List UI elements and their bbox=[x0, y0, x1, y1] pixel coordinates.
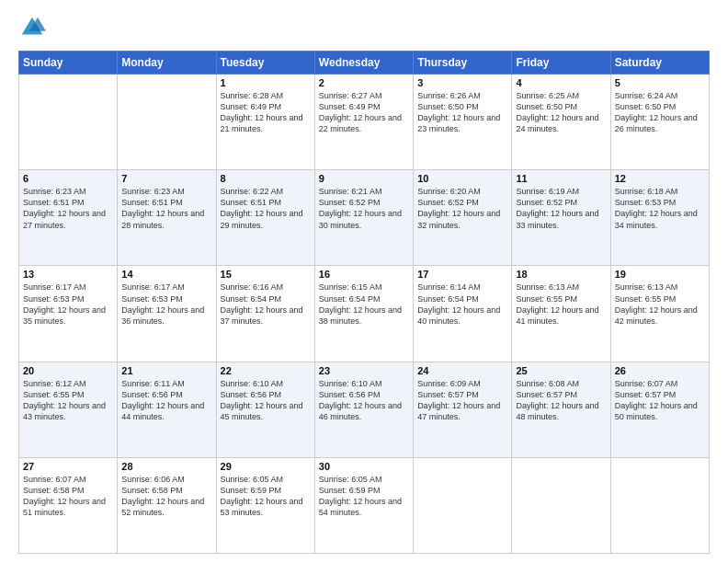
day-info: Sunrise: 6:26 AMSunset: 6:50 PMDaylight:… bbox=[417, 90, 507, 135]
header-day-monday: Monday bbox=[118, 52, 216, 75]
day-number: 4 bbox=[516, 77, 606, 88]
day-info: Sunrise: 6:10 AMSunset: 6:56 PMDaylight:… bbox=[319, 378, 409, 423]
page: SundayMondayTuesdayWednesdayThursdayFrid… bbox=[0, 0, 728, 563]
day-info: Sunrise: 6:22 AMSunset: 6:51 PMDaylight:… bbox=[221, 186, 311, 231]
calendar-table: SundayMondayTuesdayWednesdayThursdayFrid… bbox=[18, 51, 710, 554]
day-info: Sunrise: 6:17 AMSunset: 6:53 PMDaylight:… bbox=[23, 282, 113, 327]
day-number: 8 bbox=[221, 173, 311, 184]
calendar-cell: 15Sunrise: 6:16 AMSunset: 6:54 PMDayligh… bbox=[216, 266, 314, 362]
calendar-cell: 28Sunrise: 6:06 AMSunset: 6:58 PMDayligh… bbox=[118, 457, 216, 553]
day-info: Sunrise: 6:23 AMSunset: 6:51 PMDaylight:… bbox=[23, 186, 113, 231]
day-info: Sunrise: 6:12 AMSunset: 6:55 PMDaylight:… bbox=[23, 378, 113, 423]
day-number: 25 bbox=[516, 365, 606, 376]
day-number: 21 bbox=[121, 365, 211, 376]
day-info: Sunrise: 6:18 AMSunset: 6:53 PMDaylight:… bbox=[615, 186, 705, 231]
day-info: Sunrise: 6:08 AMSunset: 6:57 PMDaylight:… bbox=[516, 378, 606, 423]
calendar-cell: 19Sunrise: 6:13 AMSunset: 6:55 PMDayligh… bbox=[610, 266, 709, 362]
calendar-cell: 22Sunrise: 6:10 AMSunset: 6:56 PMDayligh… bbox=[216, 362, 314, 457]
header bbox=[18, 14, 710, 41]
calendar-cell: 25Sunrise: 6:08 AMSunset: 6:57 PMDayligh… bbox=[512, 362, 610, 457]
day-info: Sunrise: 6:25 AMSunset: 6:50 PMDaylight:… bbox=[516, 90, 606, 135]
calendar-cell: 16Sunrise: 6:15 AMSunset: 6:54 PMDayligh… bbox=[314, 266, 413, 362]
day-info: Sunrise: 6:19 AMSunset: 6:52 PMDaylight:… bbox=[516, 186, 606, 231]
day-number: 26 bbox=[615, 365, 705, 376]
calendar-cell: 30Sunrise: 6:05 AMSunset: 6:59 PMDayligh… bbox=[314, 457, 413, 553]
day-info: Sunrise: 6:16 AMSunset: 6:54 PMDaylight:… bbox=[221, 282, 311, 327]
calendar-cell: 26Sunrise: 6:07 AMSunset: 6:57 PMDayligh… bbox=[610, 362, 709, 457]
day-number: 1 bbox=[221, 77, 311, 88]
calendar-cell bbox=[610, 457, 709, 553]
calendar-cell: 7Sunrise: 6:23 AMSunset: 6:51 PMDaylight… bbox=[118, 170, 216, 266]
day-info: Sunrise: 6:05 AMSunset: 6:59 PMDaylight:… bbox=[319, 474, 409, 519]
calendar-cell: 9Sunrise: 6:21 AMSunset: 6:52 PMDaylight… bbox=[314, 170, 413, 266]
day-number: 14 bbox=[121, 269, 211, 280]
calendar-cell: 6Sunrise: 6:23 AMSunset: 6:51 PMDaylight… bbox=[19, 170, 118, 266]
calendar-cell: 24Sunrise: 6:09 AMSunset: 6:57 PMDayligh… bbox=[414, 362, 512, 457]
calendar-cell: 2Sunrise: 6:27 AMSunset: 6:49 PMDaylight… bbox=[314, 75, 413, 170]
day-number: 30 bbox=[319, 461, 409, 472]
day-number: 11 bbox=[516, 173, 606, 184]
day-info: Sunrise: 6:14 AMSunset: 6:54 PMDaylight:… bbox=[417, 282, 507, 327]
calendar-cell bbox=[414, 457, 512, 553]
day-number: 20 bbox=[23, 365, 113, 376]
day-number: 22 bbox=[221, 365, 311, 376]
day-number: 19 bbox=[615, 269, 705, 280]
header-day-wednesday: Wednesday bbox=[314, 52, 413, 75]
day-info: Sunrise: 6:13 AMSunset: 6:55 PMDaylight:… bbox=[516, 282, 606, 327]
day-number: 5 bbox=[615, 77, 705, 88]
calendar-header-row: SundayMondayTuesdayWednesdayThursdayFrid… bbox=[19, 52, 710, 75]
calendar-week-3: 13Sunrise: 6:17 AMSunset: 6:53 PMDayligh… bbox=[19, 266, 710, 362]
day-info: Sunrise: 6:11 AMSunset: 6:56 PMDaylight:… bbox=[121, 378, 211, 423]
day-number: 17 bbox=[417, 269, 507, 280]
day-number: 16 bbox=[319, 269, 409, 280]
calendar-cell bbox=[512, 457, 610, 553]
day-number: 10 bbox=[417, 173, 507, 184]
day-number: 2 bbox=[319, 77, 409, 88]
day-number: 3 bbox=[417, 77, 507, 88]
logo bbox=[18, 14, 50, 41]
calendar-cell: 29Sunrise: 6:05 AMSunset: 6:59 PMDayligh… bbox=[216, 457, 314, 553]
calendar-cell bbox=[19, 75, 118, 170]
calendar-cell: 21Sunrise: 6:11 AMSunset: 6:56 PMDayligh… bbox=[118, 362, 216, 457]
day-number: 18 bbox=[516, 269, 606, 280]
calendar-cell: 3Sunrise: 6:26 AMSunset: 6:50 PMDaylight… bbox=[414, 75, 512, 170]
day-info: Sunrise: 6:24 AMSunset: 6:50 PMDaylight:… bbox=[615, 90, 705, 135]
calendar-week-1: 1Sunrise: 6:28 AMSunset: 6:49 PMDaylight… bbox=[19, 75, 710, 170]
day-number: 7 bbox=[121, 173, 211, 184]
day-number: 27 bbox=[23, 461, 113, 472]
day-info: Sunrise: 6:23 AMSunset: 6:51 PMDaylight:… bbox=[121, 186, 211, 231]
calendar-cell: 17Sunrise: 6:14 AMSunset: 6:54 PMDayligh… bbox=[414, 266, 512, 362]
day-info: Sunrise: 6:28 AMSunset: 6:49 PMDaylight:… bbox=[221, 90, 311, 135]
calendar-cell: 1Sunrise: 6:28 AMSunset: 6:49 PMDaylight… bbox=[216, 75, 314, 170]
day-info: Sunrise: 6:09 AMSunset: 6:57 PMDaylight:… bbox=[417, 378, 507, 423]
day-info: Sunrise: 6:21 AMSunset: 6:52 PMDaylight:… bbox=[319, 186, 409, 231]
calendar-cell: 8Sunrise: 6:22 AMSunset: 6:51 PMDaylight… bbox=[216, 170, 314, 266]
calendar-cell: 14Sunrise: 6:17 AMSunset: 6:53 PMDayligh… bbox=[118, 266, 216, 362]
header-day-thursday: Thursday bbox=[414, 52, 512, 75]
header-day-saturday: Saturday bbox=[610, 52, 709, 75]
calendar-cell: 27Sunrise: 6:07 AMSunset: 6:58 PMDayligh… bbox=[19, 457, 118, 553]
calendar-cell: 10Sunrise: 6:20 AMSunset: 6:52 PMDayligh… bbox=[414, 170, 512, 266]
calendar-cell: 18Sunrise: 6:13 AMSunset: 6:55 PMDayligh… bbox=[512, 266, 610, 362]
day-info: Sunrise: 6:07 AMSunset: 6:57 PMDaylight:… bbox=[615, 378, 705, 423]
logo-icon bbox=[18, 14, 46, 41]
calendar-cell: 12Sunrise: 6:18 AMSunset: 6:53 PMDayligh… bbox=[610, 170, 709, 266]
day-number: 28 bbox=[121, 461, 211, 472]
header-day-sunday: Sunday bbox=[19, 52, 118, 75]
day-number: 29 bbox=[221, 461, 311, 472]
calendar-cell: 5Sunrise: 6:24 AMSunset: 6:50 PMDaylight… bbox=[610, 75, 709, 170]
calendar-cell: 11Sunrise: 6:19 AMSunset: 6:52 PMDayligh… bbox=[512, 170, 610, 266]
calendar-week-5: 27Sunrise: 6:07 AMSunset: 6:58 PMDayligh… bbox=[19, 457, 710, 553]
day-info: Sunrise: 6:10 AMSunset: 6:56 PMDaylight:… bbox=[221, 378, 311, 423]
calendar-cell: 20Sunrise: 6:12 AMSunset: 6:55 PMDayligh… bbox=[19, 362, 118, 457]
day-info: Sunrise: 6:17 AMSunset: 6:53 PMDaylight:… bbox=[121, 282, 211, 327]
day-number: 13 bbox=[23, 269, 113, 280]
day-info: Sunrise: 6:07 AMSunset: 6:58 PMDaylight:… bbox=[23, 474, 113, 519]
calendar-week-4: 20Sunrise: 6:12 AMSunset: 6:55 PMDayligh… bbox=[19, 362, 710, 457]
day-info: Sunrise: 6:06 AMSunset: 6:58 PMDaylight:… bbox=[121, 474, 211, 519]
calendar-cell bbox=[118, 75, 216, 170]
header-day-friday: Friday bbox=[512, 52, 610, 75]
day-number: 15 bbox=[221, 269, 311, 280]
day-info: Sunrise: 6:13 AMSunset: 6:55 PMDaylight:… bbox=[615, 282, 705, 327]
calendar-cell: 23Sunrise: 6:10 AMSunset: 6:56 PMDayligh… bbox=[314, 362, 413, 457]
